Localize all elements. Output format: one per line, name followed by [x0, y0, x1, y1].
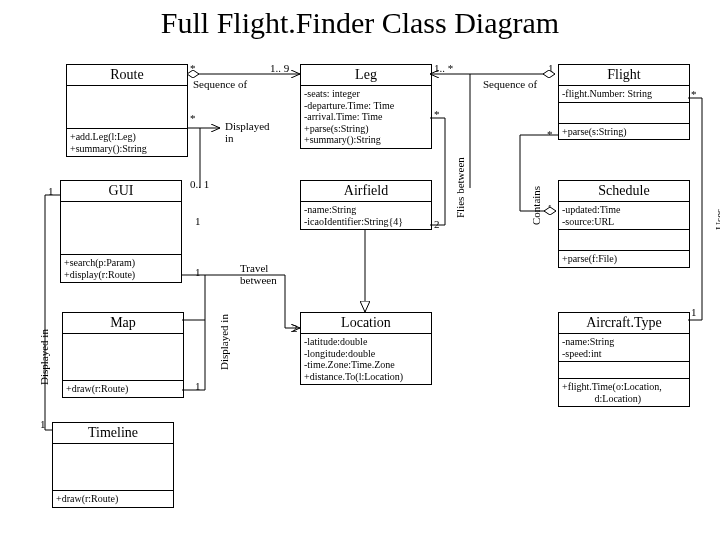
mult-1-gui-route: 1 [195, 215, 201, 227]
class-location-attrs: -latitude:double -longitude:double -time… [301, 334, 431, 384]
class-map-attrs [63, 334, 183, 381]
class-timeline-ops: +draw(r:Route) [53, 491, 173, 507]
class-aircrafttype-ops: +flight.Time(o:Location, d:Location) [559, 379, 689, 406]
class-flight: Flight -flight.Number: String +parse(s:S… [558, 64, 690, 140]
mult-star-leg-airfield: * [434, 108, 440, 120]
mult-star-flight-at: * [691, 88, 697, 100]
mult-star-disp: * [190, 112, 196, 124]
class-route-attrs [67, 86, 187, 129]
class-location: Location -latitude:double -longitude:dou… [300, 312, 432, 385]
class-schedule-name: Schedule [559, 181, 689, 202]
label-contains: Contains [530, 186, 542, 225]
mult-1-left-gui: 1 [48, 185, 54, 197]
class-flight-name: Flight [559, 65, 689, 86]
class-timeline: Timeline +draw(r:Route) [52, 422, 174, 508]
label-fliesbetween: Flies between [454, 157, 466, 218]
class-map: Map +draw(r:Route) [62, 312, 184, 398]
class-flight-attrs: -flight.Number: String [559, 86, 689, 103]
class-aircrafttype-attrs: -name:String -speed:int [559, 334, 689, 362]
class-airfield: Airfield -name:String -icaoIdentifier:St… [300, 180, 432, 230]
class-timeline-name: Timeline [53, 423, 173, 444]
class-aircrafttype: Aircraft.Type -name:String -speed:int +f… [558, 312, 690, 407]
mult-1-flight: 1 [548, 62, 554, 74]
label-displayedin-3: Displayed in [38, 329, 50, 385]
class-airfield-attrs: -name:String -icaoIdentifier:String{4} [301, 202, 431, 229]
mult-1-left-tl: 1 [40, 418, 46, 430]
class-map-name: Map [63, 313, 183, 334]
class-route: Route +add.Leg(l:Leg) +summary():String [66, 64, 188, 157]
class-gui: GUI +search(p:Param) +display(r:Route) [60, 180, 182, 283]
class-location-name: Location [301, 313, 431, 334]
class-aircrafttype-blank [559, 362, 689, 379]
mult-1-sched: 1 [547, 202, 553, 214]
mult-star-flight-sched: * [547, 128, 553, 140]
mult-1-at: 1 [691, 306, 697, 318]
class-flight-ops: +parse(s:String) [559, 124, 689, 140]
class-leg-attrs: -seats: integer -departure.Time: Time -a… [301, 86, 431, 148]
label-displayedin-2: Displayed in [218, 314, 230, 370]
class-timeline-attrs [53, 444, 173, 491]
class-leg: Leg -seats: integer -departure.Time: Tim… [300, 64, 432, 149]
label-travelbetween: Travel between [240, 262, 277, 286]
class-route-name: Route [67, 65, 187, 86]
mult-01-gui: 0.. 1 [190, 178, 209, 190]
class-gui-ops: +search(p:Param) +display(r:Route) [61, 255, 181, 282]
mult-1-gui-tl: 1 [195, 380, 201, 392]
class-leg-name: Leg [301, 65, 431, 86]
class-airfield-name: Airfield [301, 181, 431, 202]
mult-2-airfield: 2 [434, 218, 440, 230]
label-displayedin-1: Displayed in [225, 120, 270, 144]
label-sequenceof-1: Sequence of [193, 78, 247, 90]
class-aircrafttype-name: Aircraft.Type [559, 313, 689, 334]
class-schedule-ops: +parse(f:File) [559, 251, 689, 267]
class-map-ops: +draw(r:Route) [63, 381, 183, 397]
diagram-title: Full Flight.Finder Class Diagram [0, 6, 720, 40]
label-uses: Uses [713, 209, 720, 230]
mult-1-gui-map: 1 [195, 266, 201, 278]
mult-2-location: 2 [292, 322, 298, 334]
class-flight-blank [559, 103, 689, 124]
mult-1star-leg: 1.. * [434, 62, 453, 74]
class-gui-attrs [61, 202, 181, 255]
class-schedule-attrs: -updated:Time -source:URL [559, 202, 689, 230]
class-route-ops: +add.Leg(l:Leg) +summary():String [67, 129, 187, 156]
class-schedule-blank [559, 230, 689, 251]
label-sequenceof-2: Sequence of [483, 78, 537, 90]
class-schedule: Schedule -updated:Time -source:URL +pars… [558, 180, 690, 268]
mult-19-leg: 1.. 9 [270, 62, 289, 74]
class-gui-name: GUI [61, 181, 181, 202]
mult-star-route: * [190, 62, 196, 74]
